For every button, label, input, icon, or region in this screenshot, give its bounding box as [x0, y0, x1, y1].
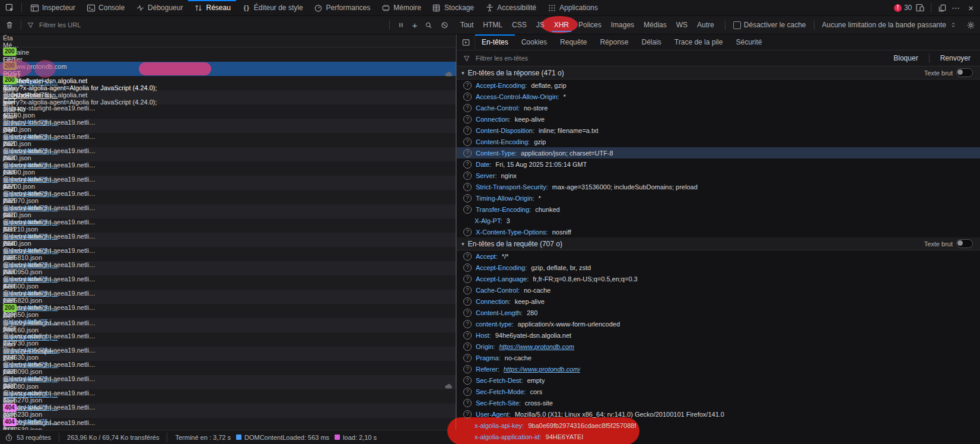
toolbox-tab-console[interactable]: Console — [81, 0, 130, 15]
table-row[interactable]: 304GETjazzy-starlight-aeea19.netli…39308… — [0, 361, 456, 375]
question-icon[interactable]: ? — [463, 275, 472, 283]
header-row[interactable]: ?Content-Length:280 — [457, 307, 980, 318]
question-icon[interactable]: ? — [463, 399, 472, 407]
table-row[interactable]: 304GETjazzy-starlight-aeea19.netli…35952… — [0, 375, 456, 389]
header-value[interactable]: https://www.protondb.com/ — [504, 366, 581, 373]
header-row[interactable]: ?Sec-Fetch-Site:cross-site — [457, 397, 980, 408]
header-row[interactable]: ?Timing-Allow-Origin:* — [457, 192, 980, 204]
header-row[interactable]: ?Strict-Transport-Security:max-age=31536… — [457, 181, 980, 192]
question-icon[interactable]: ? — [463, 115, 472, 123]
type-filter-ws[interactable]: WS — [672, 19, 692, 31]
question-icon[interactable]: ? — [463, 354, 472, 362]
toolbox-tab-r-seau[interactable]: Réseau — [188, 0, 236, 15]
table-row[interactable]: 200GETjazzy-starlight-aeea19.netli…20916… — [0, 304, 456, 318]
toolbox-tab-applications[interactable]: Applications — [542, 0, 603, 15]
header-row[interactable]: ?Sec-Fetch-Mode:cors — [457, 386, 980, 397]
table-row[interactable]: 304GETjazzy-starlight-aeea19.netli…31121… — [0, 204, 456, 218]
raw-response-toggle[interactable] — [956, 68, 973, 77]
header-row[interactable]: ?Cache-Control:no-cache — [457, 284, 980, 296]
question-icon[interactable]: ? — [463, 93, 472, 101]
header-row[interactable]: ?Accept-Language:fr,fr-FR;q=0.8,en-US;q=… — [457, 273, 980, 284]
details-tab-s-curit[interactable]: Sécurité — [729, 34, 768, 50]
header-row[interactable]: ?Accept:*/* — [457, 250, 980, 262]
table-row[interactable]: 200OP…94he6yatei-dsn.algolia.netquery?x-… — [0, 76, 456, 90]
header-row[interactable]: ?Content-Disposition:inline; filename=a.… — [457, 125, 980, 136]
column-header-ta[interactable]: Éta — [0, 34, 456, 42]
details-tab-requ-te[interactable]: Requête — [553, 34, 593, 50]
details-tab-r-ponse[interactable]: Réponse — [593, 34, 635, 50]
header-row[interactable]: ?Accept-Encoding:deflate, gzip — [457, 80, 980, 91]
question-icon[interactable]: ? — [463, 81, 472, 90]
details-tab-d-lais[interactable]: Délais — [635, 34, 667, 50]
table-row[interactable]: 304GETjazzy-starlight-aeea19.netli…35952… — [0, 389, 456, 404]
search-button[interactable] — [422, 20, 436, 30]
header-row[interactable]: ?Origin:https://www.protondb.com — [457, 341, 980, 352]
question-icon[interactable]: ? — [463, 309, 472, 317]
toolbox-tab-d-bogueur[interactable]: Débogueur — [130, 0, 188, 15]
question-icon[interactable]: ? — [463, 126, 472, 135]
header-row[interactable]: x-algolia-api-key:9ba0e69fb2974316cdaec8… — [457, 420, 980, 431]
pause-traffic-button[interactable] — [394, 20, 408, 30]
table-row[interactable]: 304GETjazzy-starlight-aeea19.netli…20965… — [0, 290, 456, 304]
table-row[interactable]: 304GETjazzy-starlight-aeea19.netli…19858… — [0, 275, 456, 290]
question-icon[interactable]: ? — [463, 149, 472, 157]
header-row[interactable]: ?User-Agent:Mozilla/5.0 (X11; Linux x86_… — [457, 408, 980, 420]
question-icon[interactable]: ? — [463, 286, 472, 294]
header-row[interactable]: ?Access-Control-Allow-Origin:* — [457, 91, 980, 102]
table-row[interactable]: 304GETjazzy-starlight-aeea19.netli…42700… — [0, 161, 456, 176]
block-url-button[interactable]: Bloquer — [889, 54, 922, 62]
header-row[interactable]: ?Sec-Fetch-Dest:empty — [457, 375, 980, 386]
question-icon[interactable]: ? — [463, 388, 472, 396]
throttling-select[interactable]: Aucune limitation de la bande passante — [819, 20, 962, 30]
header-row[interactable]: x-algolia-application-id:94HE6YATEI — [457, 431, 980, 442]
header-row[interactable]: ?Connection:keep-alive — [457, 296, 980, 307]
question-icon[interactable]: ? — [463, 183, 472, 191]
disable-cache[interactable]: Désactiver le cache — [730, 21, 810, 29]
type-filter-css[interactable]: CSS — [508, 19, 531, 31]
table-row[interactable]: 304GETjazzy-starlight-aeea19.netli…20009… — [0, 247, 456, 261]
table-row[interactable]: 304GETjazzy-starlight-aeea19.netli…19380… — [0, 347, 456, 361]
request-headers-section-header[interactable]: ▾ En-têtes de la requête (707 o) Texte b… — [457, 237, 980, 250]
question-icon[interactable]: ? — [463, 342, 472, 351]
question-icon[interactable]: ? — [463, 376, 472, 385]
type-filter-html[interactable]: HTML — [479, 19, 507, 31]
question-icon[interactable]: ? — [463, 205, 472, 214]
question-icon[interactable]: ? — [463, 264, 472, 272]
table-row[interactable]: 304GETjazzy-starlight-aeea19.netli…6810.… — [0, 190, 456, 204]
header-row[interactable]: ?Content-Encoding:gzip — [457, 136, 980, 147]
header-row[interactable]: X-Alg-PT:3 — [457, 215, 980, 226]
url-filter-input[interactable] — [38, 21, 385, 29]
header-row[interactable]: ?Date:Fri, 15 Aug 2025 21:05:14 GMT — [457, 158, 980, 170]
table-row[interactable]: 200POST94he6yatei-dsn.algolia.netquery?x… — [0, 62, 456, 76]
type-filter-polices[interactable]: Polices — [574, 19, 606, 31]
disable-cache-checkbox[interactable] — [733, 21, 741, 29]
details-tab-cookies[interactable]: Cookies — [515, 34, 553, 50]
table-row[interactable]: 304GETjazzy-starlight-aeea19.netli…10180… — [0, 90, 456, 104]
table-row[interactable]: 304GETjazzy-starlight-aeea19.netli…21463… — [0, 332, 456, 347]
question-icon[interactable]: ? — [463, 194, 472, 202]
table-row[interactable]: 404GETjazzy-starlight-aeea19.netli…33969… — [0, 418, 456, 430]
type-filter-m-dias[interactable]: Médias — [639, 19, 671, 31]
question-icon[interactable]: ? — [463, 320, 472, 328]
header-row[interactable]: ?Connection:keep-alive — [457, 113, 980, 125]
error-count-badge[interactable]: !30 — [894, 4, 912, 12]
table-row[interactable]: 304GETjazzy-starlight-aeea19.netli…47660… — [0, 261, 456, 275]
table-row[interactable]: 304GETjazzy-starlight-aeea19.netli…29273… — [0, 318, 456, 332]
header-row[interactable]: ?Accept-Encoding:gzip, deflate, br, zstd — [457, 262, 980, 273]
meatballs-menu-icon[interactable]: ⋯ — [950, 3, 962, 12]
table-row[interactable]: 304GETjazzy-starlight-aeea19.netli…20297… — [0, 176, 456, 190]
multiwindow-icon[interactable] — [937, 3, 947, 12]
response-headers-section-header[interactable]: ▾ En-têtes de la réponse (471 o) Texte b… — [457, 66, 980, 80]
table-row[interactable]: 404GETjazzy-starlight-aeea19.netli…21475… — [0, 404, 456, 418]
raw-request-toggle[interactable] — [956, 239, 973, 248]
header-row[interactable]: ?Content-Type:application/json; charset=… — [457, 147, 980, 158]
header-row[interactable]: ?Cache-Control:no-store — [457, 102, 980, 113]
header-row[interactable]: ?Pragma:no-cache — [457, 352, 980, 363]
header-value[interactable]: https://www.protondb.com — [499, 343, 574, 350]
settings-button[interactable] — [963, 20, 978, 30]
question-icon[interactable]: ? — [463, 160, 472, 169]
header-row[interactable]: ?Host:94he6yatei-dsn.algolia.net — [457, 329, 980, 341]
type-filter-autre[interactable]: Autre — [693, 19, 718, 31]
responsive-design-icon[interactable] — [915, 3, 925, 12]
clock-icon[interactable] — [4, 433, 14, 442]
